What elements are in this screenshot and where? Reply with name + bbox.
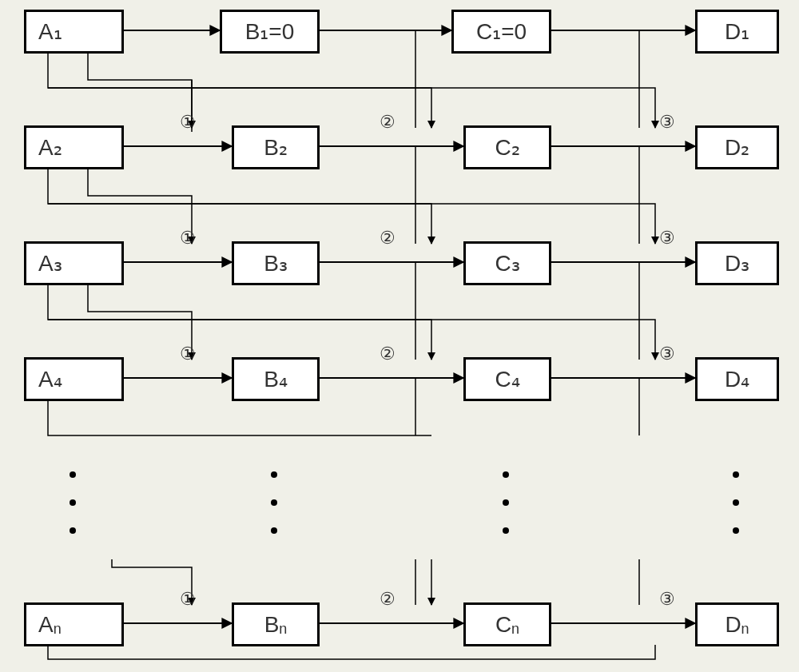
ellipsis-dot xyxy=(70,527,76,534)
label: C₁=0 xyxy=(476,18,527,45)
node-a4: A₄ xyxy=(24,357,124,401)
ellipsis-dot xyxy=(271,471,277,478)
ellipsis-dot xyxy=(70,471,76,478)
edge-label-2: ② xyxy=(380,344,396,364)
label-sub: n xyxy=(54,621,62,638)
label: C₂ xyxy=(495,134,519,161)
edge-label-1: ① xyxy=(180,112,196,133)
node-c3: C₃ xyxy=(463,241,551,285)
label: B₂ xyxy=(264,134,288,161)
ellipsis-dot xyxy=(70,499,76,506)
label: B₁=0 xyxy=(245,18,295,45)
node-c4: C₄ xyxy=(463,357,551,401)
label-sub: n xyxy=(279,621,287,638)
label: A₄ xyxy=(38,366,62,392)
node-bn: Bn xyxy=(232,602,320,646)
ellipsis-dot xyxy=(733,499,739,506)
ellipsis-dot xyxy=(503,499,509,506)
label-sub: n xyxy=(741,621,749,638)
node-b1: B₁=0 xyxy=(220,10,320,54)
node-d3: D₃ xyxy=(695,241,779,285)
ellipsis-dot xyxy=(733,471,739,478)
node-a2: A₂ xyxy=(24,125,124,169)
ellipsis-dot xyxy=(271,527,277,534)
label: A₃ xyxy=(38,250,62,276)
label-sub: n xyxy=(511,621,519,638)
label: D₄ xyxy=(725,366,749,392)
edge-label-3: ③ xyxy=(659,228,675,249)
edge-label-1: ① xyxy=(180,589,196,610)
label: A₂ xyxy=(38,134,62,161)
label-pre: B xyxy=(264,612,280,638)
edge-label-2: ② xyxy=(380,112,396,133)
label: B₃ xyxy=(264,250,288,276)
node-cn: Cn xyxy=(463,602,551,646)
ellipsis-dot xyxy=(503,527,509,534)
label: C₄ xyxy=(495,366,519,392)
label: D₂ xyxy=(725,134,749,161)
edge-label-1: ① xyxy=(180,344,196,364)
node-a1: A₁ xyxy=(24,10,124,54)
ellipsis-dot xyxy=(271,499,277,506)
label: D₃ xyxy=(725,250,749,276)
edge-label-2: ② xyxy=(380,228,396,249)
label: A₁ xyxy=(38,18,62,45)
node-c1: C₁=0 xyxy=(451,10,551,54)
node-an: An xyxy=(24,602,124,646)
ellipsis-dot xyxy=(503,471,509,478)
ellipsis-dot xyxy=(733,527,739,534)
edge-label-3: ③ xyxy=(659,589,675,610)
label-pre: A xyxy=(38,612,54,638)
node-d2: D₂ xyxy=(695,125,779,169)
label: B₄ xyxy=(264,366,288,392)
label-pre: C xyxy=(495,612,511,638)
edge-label-3: ③ xyxy=(659,344,675,364)
edge-label-2: ② xyxy=(380,589,396,610)
label-pre: D xyxy=(725,612,741,638)
edge-label-1: ① xyxy=(180,228,196,249)
node-a3: A₃ xyxy=(24,241,124,285)
node-b3: B₃ xyxy=(232,241,320,285)
node-b2: B₂ xyxy=(232,125,320,169)
node-d1: D₁ xyxy=(695,10,779,54)
node-c2: C₂ xyxy=(463,125,551,169)
node-b4: B₄ xyxy=(232,357,320,401)
edge-label-3: ③ xyxy=(659,112,675,133)
node-d4: D₄ xyxy=(695,357,779,401)
label: D₁ xyxy=(725,18,749,45)
label: C₃ xyxy=(495,250,519,276)
node-dn: Dn xyxy=(695,602,779,646)
